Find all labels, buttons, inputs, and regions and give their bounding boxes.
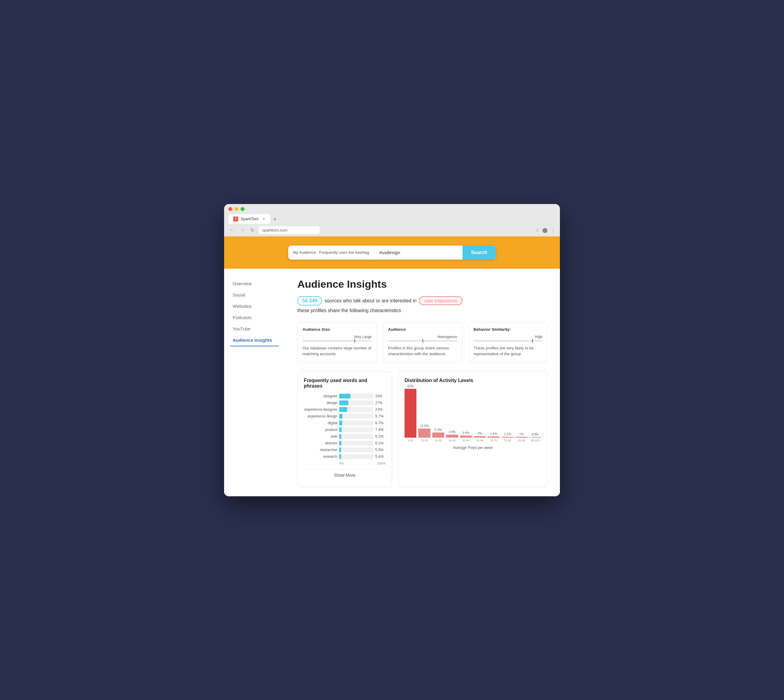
word-bar-row: experience design 9.7% — [304, 414, 386, 419]
act-bar-pct: 6.4% — [435, 428, 442, 432]
word-bar-row: research 5.4% — [304, 454, 386, 459]
word-pct: 9.7% — [375, 414, 386, 418]
traffic-lights — [228, 207, 556, 211]
act-bar-col: 1.1% 71-80 — [502, 432, 514, 442]
act-bar — [529, 437, 541, 438]
app-content: My Audience: Frequently uses the hashtag… — [224, 237, 560, 496]
act-bar-pct: 0.9% — [532, 433, 539, 436]
activity-chart-bars: 62% 0-10 11.6% 11-20 6.4% 21-30 3.9% 31-… — [404, 388, 541, 443]
act-bar-col: 3.9% 31-40 — [446, 430, 458, 442]
browser-tab[interactable]: S SparkToro ✕ — [228, 214, 270, 224]
word-label: experience designer — [304, 407, 337, 412]
summary-text-1: sources who talk about or are interested… — [325, 298, 417, 303]
word-bar-fill — [339, 407, 347, 412]
act-range-label: 61-70 — [490, 439, 497, 442]
bookmark-icon[interactable]: ☆ — [535, 227, 539, 233]
insights-subtitle: these profiles share the following chara… — [297, 308, 548, 313]
act-range-label: 21-30 — [435, 439, 442, 442]
sidebar-item-youtube[interactable]: YouTube — [230, 323, 279, 335]
activity-chart-card: Distribution of Activity Levels 62% 0-10… — [398, 372, 548, 487]
metric-track-behavior — [473, 340, 543, 342]
search-label-type: Frequently uses the hashtag — [319, 250, 369, 255]
insights-summary: 56,349 sources who talk about or are int… — [297, 296, 548, 305]
metric-indicator-audience — [423, 339, 423, 343]
search-input[interactable] — [374, 245, 462, 259]
act-range-label: 11-20 — [421, 439, 428, 442]
word-bar-fill — [339, 434, 341, 439]
word-label: digital — [304, 421, 337, 425]
act-bar-pct: 1.5% — [490, 432, 497, 435]
act-bar-pct: 1% — [519, 432, 524, 436]
act-bar-pct: 11.6% — [420, 424, 429, 428]
word-label: research — [304, 455, 337, 459]
word-bar-fill — [339, 447, 341, 452]
word-bar-row: product 7.4% — [304, 427, 386, 432]
words-chart-title: Frequently used words and phrases — [304, 378, 386, 389]
sidebar-item-social[interactable]: Social — [230, 289, 279, 300]
new-tab-button[interactable]: + — [270, 215, 280, 224]
act-bar-col: 2% 51-60 — [474, 432, 486, 442]
metric-label-size: Audience Size: — [303, 327, 371, 332]
activity-chart-title: Distribution of Activity Levels — [404, 378, 541, 383]
word-pct: 8.7% — [375, 421, 386, 425]
metric-desc-behavior: These profiles are very likely to be rep… — [473, 345, 543, 357]
tab-title: SparkToro — [241, 217, 259, 221]
act-bar-pct: 2% — [478, 432, 482, 435]
tab-bar: S SparkToro ✕ + — [228, 214, 556, 224]
words-chart-bars: designer 33% design 27% experience desig… — [304, 394, 386, 459]
act-bar — [446, 435, 458, 438]
word-bar-bg — [339, 394, 373, 398]
metric-card-audience: Audience Homogenus Profiles in this grou… — [383, 322, 462, 362]
act-bar-col: 11.6% 11-20 — [418, 424, 430, 442]
search-header: My Audience: Frequently uses the hashtag… — [224, 237, 560, 269]
word-pct: 27% — [375, 401, 386, 405]
menu-icon[interactable]: ⋮ — [551, 227, 556, 233]
tab-close-icon[interactable]: ✕ — [262, 217, 265, 221]
show-more-button[interactable]: Show More — [304, 469, 386, 481]
browser-chrome: S SparkToro ✕ + — [224, 204, 560, 224]
word-bar-row: director 6.1% — [304, 441, 386, 446]
address-bar[interactable]: sparktoro.com — [259, 226, 320, 234]
word-bar-fill — [339, 454, 341, 459]
metric-track-size — [303, 340, 371, 342]
metrics-row: Audience Size: Very Large Our database c… — [297, 322, 548, 362]
topic-badge: user experience — [419, 296, 463, 305]
minimize-icon[interactable] — [235, 207, 238, 211]
activity-axis-label: Average Posts per week — [404, 446, 541, 450]
metric-label-behavior: Behavior Similarity: — [473, 327, 543, 332]
sidebar-item-overview[interactable]: Overview — [230, 278, 279, 289]
act-bar-col: 0.9% 90-100 — [529, 433, 541, 442]
tab-favicon: S — [233, 217, 238, 222]
words-axis-start: 0% — [339, 462, 344, 465]
profile-icon[interactable]: ⬤ — [542, 227, 548, 233]
reload-button[interactable]: ↻ — [249, 227, 256, 233]
close-icon[interactable] — [228, 207, 232, 211]
word-bar-fill — [339, 414, 343, 419]
word-pct: 23% — [375, 407, 386, 412]
word-label: experience design — [304, 414, 337, 418]
forward-button[interactable]: → — [239, 227, 246, 233]
metric-scale-audience: Homogenus — [388, 335, 457, 339]
sidebar-item-podcasts[interactable]: Podcasts — [230, 312, 279, 323]
metric-scale-size: Very Large — [303, 335, 371, 339]
word-label: researcher — [304, 448, 337, 452]
word-bar-row: digital 8.7% — [304, 420, 386, 425]
word-bar-bg — [339, 441, 373, 446]
sidebar-item-websites[interactable]: Websites — [230, 300, 279, 312]
sidebar-item-audience-insights[interactable]: Audience Insights — [230, 335, 279, 346]
act-bar-pct: 2.6% — [463, 431, 469, 435]
search-label-prefix: My Audience: — [293, 250, 317, 255]
browser-window: S SparkToro ✕ + ← → ↻ sparktoro.com ☆ ⬤ … — [224, 204, 560, 496]
metric-indicator-size — [355, 339, 355, 343]
word-bar-bg — [339, 420, 373, 425]
search-bar: My Audience: Frequently uses the hashtag… — [288, 245, 496, 260]
search-button[interactable]: Search — [463, 245, 496, 260]
word-label: director — [304, 441, 337, 445]
act-bar — [488, 437, 499, 438]
charts-row: Frequently used words and phrases design… — [297, 372, 548, 487]
act-bar — [404, 389, 416, 438]
back-button[interactable]: ← — [228, 227, 236, 233]
act-bar-col: 62% 0-10 — [404, 385, 416, 442]
maximize-icon[interactable] — [241, 207, 245, 211]
word-bar-fill — [339, 441, 341, 446]
